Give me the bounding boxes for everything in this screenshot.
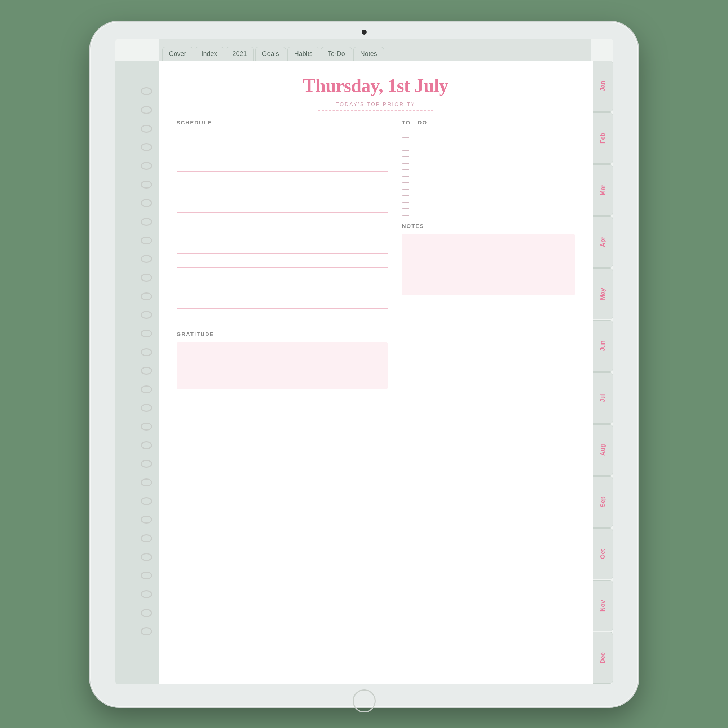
spiral-ring: [141, 515, 152, 523]
gratitude-box[interactable]: [177, 342, 388, 389]
tab-apr[interactable]: Apr: [593, 216, 613, 268]
tab-jun[interactable]: Jun: [593, 320, 613, 372]
top-priority-label: TODAY'S TOP PRIORITY: [177, 101, 575, 107]
tab-dec[interactable]: Dec: [593, 632, 613, 683]
tab-nov[interactable]: Nov: [593, 580, 613, 632]
spiral-ring: [141, 180, 152, 188]
todo-line: [414, 134, 575, 134]
tab-cover[interactable]: Cover: [162, 47, 193, 61]
todo-line: [414, 199, 575, 199]
todo-item: [402, 144, 575, 151]
tab-habits[interactable]: Habits: [288, 47, 320, 61]
ipad-camera: [362, 29, 367, 35]
todo-checkbox[interactable]: [402, 182, 409, 190]
spiral-ring: [141, 534, 152, 542]
tab-todo[interactable]: To-Do: [321, 47, 352, 61]
notes-section: NOTES: [402, 223, 575, 295]
tab-feb[interactable]: Feb: [593, 113, 613, 164]
tab-mar[interactable]: Mar: [593, 164, 613, 216]
daily-page: Thursday, 1st July TODAY'S TOP PRIORITY …: [159, 61, 593, 684]
ipad-screen: Cover Index 2021 Goals Habits To-Do Note…: [115, 39, 613, 684]
spiral-ring: [141, 609, 152, 617]
schedule-row: [177, 213, 388, 226]
spiral-ring: [141, 497, 152, 505]
schedule-row: [177, 268, 388, 281]
tab-goals[interactable]: Goals: [255, 47, 286, 61]
spiral-ring: [141, 385, 152, 393]
tab-2021[interactable]: 2021: [226, 47, 254, 61]
gratitude-section: GRATITUDE: [177, 331, 388, 389]
spiral-ring: [141, 292, 152, 300]
todo-checkbox[interactable]: [402, 208, 409, 216]
schedule-row: [177, 130, 388, 144]
schedule-row: [177, 254, 388, 268]
schedule-row: [177, 226, 388, 240]
spiral-ring: [141, 572, 152, 580]
spiral-ring: [141, 590, 152, 598]
schedule-row: [177, 199, 388, 213]
spiral-ring: [141, 162, 152, 170]
todo-line: [414, 186, 575, 186]
spiral-ring: [141, 218, 152, 226]
spiral-ring: [141, 87, 152, 95]
spiral-ring: [141, 143, 152, 151]
schedule-row: [177, 171, 388, 185]
right-column: TO - DO: [402, 119, 575, 389]
schedule-row: [177, 240, 388, 254]
tab-jul[interactable]: Jul: [593, 372, 613, 424]
schedule-label: SCHEDULE: [177, 119, 388, 125]
priority-divider: [318, 110, 433, 111]
spiral-ring: [141, 404, 152, 412]
spiral-ring: [141, 627, 152, 635]
spiral-ring: [141, 479, 152, 486]
schedule-section: SCHEDULE: [177, 119, 388, 389]
tab-sep[interactable]: Sep: [593, 476, 613, 528]
todo-checkbox[interactable]: [402, 170, 409, 177]
spiral-ring: [141, 199, 152, 207]
schedule-row: [177, 144, 388, 158]
todo-item: [402, 196, 575, 203]
tab-index[interactable]: Index: [195, 47, 224, 61]
todo-item: [402, 208, 575, 216]
ipad-home-button[interactable]: [353, 690, 376, 713]
schedule-row: [177, 158, 388, 171]
todo-line: [414, 173, 575, 173]
tab-aug[interactable]: Aug: [593, 424, 613, 476]
gratitude-label: GRATITUDE: [177, 331, 388, 337]
todo-line: [414, 147, 575, 147]
schedule-row: [177, 309, 388, 322]
todo-item: [402, 182, 575, 190]
todo-checkbox[interactable]: [402, 196, 409, 203]
tab-jan[interactable]: Jan: [593, 61, 613, 112]
notes-label: NOTES: [402, 223, 575, 229]
todo-label: TO - DO: [402, 119, 575, 125]
spiral-ring: [141, 330, 152, 338]
spiral-binding: [140, 82, 153, 641]
todo-line: [414, 160, 575, 160]
spiral-ring: [141, 460, 152, 468]
todo-checkbox[interactable]: [402, 156, 409, 164]
spiral-ring: [141, 106, 152, 114]
spiral-ring: [141, 367, 152, 375]
spiral-ring: [141, 274, 152, 281]
day-title: Thursday, 1st July: [177, 75, 575, 96]
todo-item: [402, 156, 575, 164]
two-column-layout: SCHEDULE: [177, 119, 575, 389]
todo-list: [402, 130, 575, 216]
spiral-ring: [141, 311, 152, 319]
todo-checkbox[interactable]: [402, 144, 409, 151]
tab-notes[interactable]: Notes: [353, 47, 384, 61]
schedule-grid: [177, 130, 388, 322]
schedule-row: [177, 281, 388, 295]
tab-oct[interactable]: Oct: [593, 528, 613, 580]
ipad-frame: Cover Index 2021 Goals Habits To-Do Note…: [90, 21, 638, 707]
spiral-ring: [141, 125, 152, 133]
tab-may[interactable]: May: [593, 268, 613, 320]
todo-item: [402, 130, 575, 138]
todo-line: [414, 212, 575, 212]
notes-box[interactable]: [402, 234, 575, 295]
spiral-ring: [141, 441, 152, 449]
todo-checkbox[interactable]: [402, 130, 409, 138]
top-tabs-bar: Cover Index 2021 Goals Habits To-Do Note…: [159, 39, 591, 61]
spiral-ring: [141, 553, 152, 561]
